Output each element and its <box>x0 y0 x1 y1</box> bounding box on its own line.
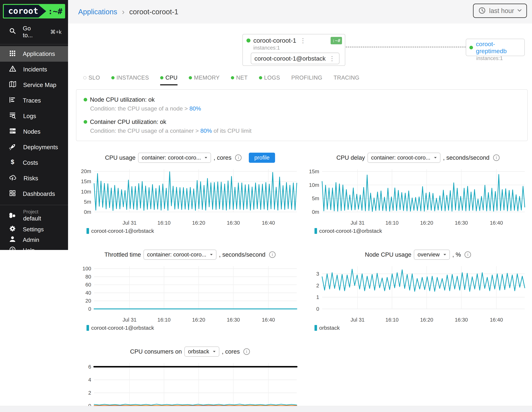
sidebar-item-settings[interactable]: Settings <box>0 224 68 234</box>
legend-item[interactable]: coroot-coroot-1@orbstack <box>86 325 154 331</box>
breadcrumb-applications[interactable]: Applications <box>78 8 117 16</box>
svg-text:16:40: 16:40 <box>490 220 503 226</box>
svg-text:16:20: 16:20 <box>192 317 205 323</box>
sidebar-item-dashboards[interactable]: Dashboards <box>0 186 68 202</box>
logo-text: coroot <box>4 5 46 18</box>
person-icon <box>9 236 16 244</box>
sidebar-item-logs[interactable]: Logs <box>0 108 68 124</box>
tab-slo[interactable]: SLO <box>83 75 100 85</box>
tab-tracing[interactable]: TRACING <box>333 75 359 85</box>
tab-cpu[interactable]: CPU <box>160 75 178 85</box>
info-icon[interactable]: i <box>235 154 242 161</box>
chevron-left-icon <box>9 257 16 265</box>
svg-text:1: 1 <box>316 294 319 300</box>
svg-text:80: 80 <box>86 274 91 280</box>
check-threshold[interactable]: 80% <box>190 105 201 112</box>
legend-label: coroot-coroot-1@orbstack <box>91 325 154 331</box>
traces-icon <box>9 96 16 105</box>
instances-count: instances:1 <box>253 45 341 51</box>
time-range-picker[interactable]: last hour <box>473 4 527 18</box>
collapse-label: Collapse <box>23 258 45 264</box>
svg-text:16:20: 16:20 <box>420 317 433 323</box>
chart-node-cpu-usage: Node CPU usage overview , % i 0123Jul 31… <box>304 250 532 331</box>
svg-text:16:40: 16:40 <box>262 317 275 323</box>
service-node-linked[interactable]: coroot-greptimedb instances:1 <box>466 39 525 56</box>
select-arrow-icon <box>204 157 207 159</box>
legend-item[interactable]: coroot-coroot-1@orbstack <box>314 228 382 234</box>
tab-label: TRACING <box>333 75 359 81</box>
cloudbolt-icon <box>9 174 17 183</box>
info-icon[interactable]: i <box>493 154 500 161</box>
legend-item[interactable]: orbstack <box>314 325 340 331</box>
kebab-menu-icon[interactable]: ⋮ <box>299 37 307 44</box>
throttled-time-plot[interactable]: 020406080100Jul 3116:1016:2016:3016:40 <box>76 263 300 323</box>
svg-text:$: $ <box>11 159 14 165</box>
legend-swatch <box>314 228 317 234</box>
legend-item[interactable]: coroot-coroot-1@orbstack <box>86 228 154 234</box>
sidebar-item-service-map[interactable]: Service Map <box>0 77 68 93</box>
sidebar-item-nodes[interactable]: Nodes <box>0 124 68 140</box>
tab-memory[interactable]: MEMORY <box>189 75 220 85</box>
sidebar-project[interactable]: Project default <box>0 207 68 224</box>
info-icon[interactable]: i <box>243 348 250 355</box>
node-cpu-usage-plot[interactable]: 0123Jul 3116:1016:2016:3016:40 <box>304 263 528 323</box>
status-dot <box>247 38 250 43</box>
gear-icon <box>9 225 16 234</box>
chart-units: , seconds/second <box>219 251 266 258</box>
tab-label: PROFILING <box>291 75 323 81</box>
cpu-consumers-plot[interactable]: 0246Jul 3116:1016:2016:3016:40 <box>76 360 300 412</box>
sidebar-collapse[interactable]: Collapse <box>0 256 68 266</box>
sidebar-item-deployments[interactable]: Deployments <box>0 140 68 155</box>
sidebar-item-help[interactable]: ? Help <box>0 245 68 256</box>
kebab-menu-icon[interactable]: ⋮ <box>328 55 336 62</box>
coroot-badge: :~# <box>331 37 342 44</box>
container-select[interactable]: container: coroot-coro... <box>143 250 216 260</box>
sidebar-item-risks[interactable]: Risks <box>0 170 68 186</box>
tab-label: SLO <box>88 75 100 81</box>
svg-text:6: 6 <box>88 364 91 370</box>
info-icon[interactable]: i <box>269 251 276 258</box>
sidebar-divider <box>0 44 68 44</box>
hexagons-icon <box>9 212 16 220</box>
info-icon[interactable]: i <box>465 251 471 258</box>
tab-label: CPU <box>165 75 178 81</box>
sidebar-item-label: Risks <box>24 175 38 182</box>
svg-text:Jul 31: Jul 31 <box>123 317 136 323</box>
overview-select[interactable]: overview <box>414 250 450 260</box>
check-threshold[interactable]: 80% <box>200 128 212 134</box>
sidebar-item-traces[interactable]: Traces <box>0 93 68 108</box>
help-label: Help <box>23 247 35 254</box>
cpu-delay-plot[interactable]: 0m5m10m15mJul 3116:1016:2016:3016:40 <box>304 166 528 226</box>
logo[interactable]: coroot :~# <box>0 0 68 20</box>
sidebar-item-admin[interactable]: Admin <box>0 234 68 245</box>
linked-service-name[interactable]: coroot-greptimedb <box>476 40 521 55</box>
sidebar-item-costs[interactable]: $Costs <box>0 155 68 170</box>
settings-label: Settings <box>23 226 44 233</box>
tabs: SLOINSTANCESCPUMEMORYNETLOGSPROFILINGTRA… <box>83 75 532 85</box>
node-select[interactable]: orbstack <box>184 346 219 357</box>
service-node-main[interactable]: coroot-coroot-1 ⋮ :~# instances:1 coroot… <box>242 34 345 66</box>
sidebar-item-applications[interactable]: Applications <box>0 46 68 62</box>
cpu-checks-panel: Node CPU utilization: ok Condition: the … <box>76 89 528 141</box>
goto-search[interactable]: Go to... ⌘+k <box>0 20 68 43</box>
sidebar-item-incidents[interactable]: Incidents <box>0 62 68 77</box>
tab-profiling[interactable]: PROFILING <box>291 75 323 85</box>
svg-text:0: 0 <box>88 306 91 312</box>
chart-title: Throttled time <box>104 251 141 258</box>
container-select[interactable]: container: coroot-coro... <box>368 153 440 163</box>
tab-net[interactable]: NET <box>231 75 248 85</box>
instance-box[interactable]: coroot-coroot-1@orbstack ⋮ <box>251 53 340 64</box>
footer-strip <box>0 406 532 412</box>
tab-logs[interactable]: LOGS <box>259 75 280 85</box>
sidebar: coroot :~# Go to... ⌘+k ApplicationsInci… <box>0 0 68 250</box>
tab-instances[interactable]: INSTANCES <box>111 75 149 85</box>
container-select[interactable]: container: coroot-coro... <box>138 153 211 163</box>
chart-title: CPU usage <box>105 154 135 161</box>
profile-button[interactable]: profile <box>249 153 275 163</box>
service-name: coroot-coroot-1 <box>253 37 296 44</box>
status-dot-green <box>231 76 234 79</box>
status-dot-green <box>160 76 163 79</box>
svg-text:20: 20 <box>86 298 91 304</box>
cpu-usage-plot[interactable]: 0m5m10m15m20mJul 3116:1016:2016:3016:40 <box>76 166 300 226</box>
svg-text:Jul 31: Jul 31 <box>123 220 136 226</box>
